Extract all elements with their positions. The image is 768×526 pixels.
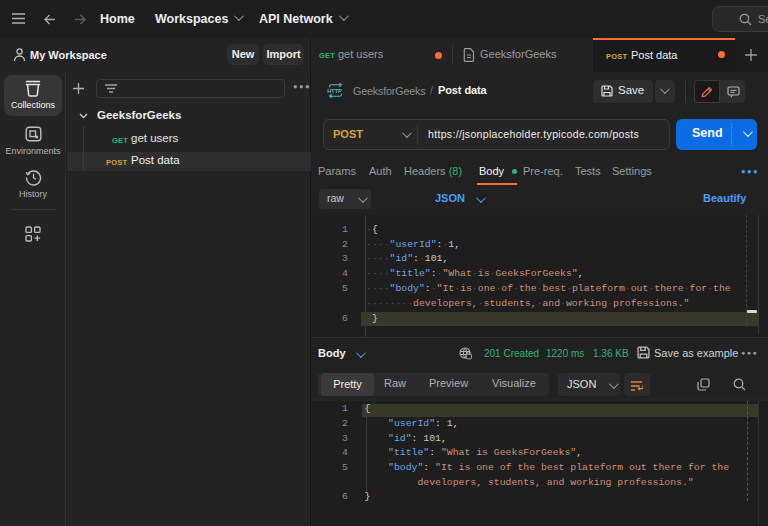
- svg-text:HTTP: HTTP: [327, 88, 342, 94]
